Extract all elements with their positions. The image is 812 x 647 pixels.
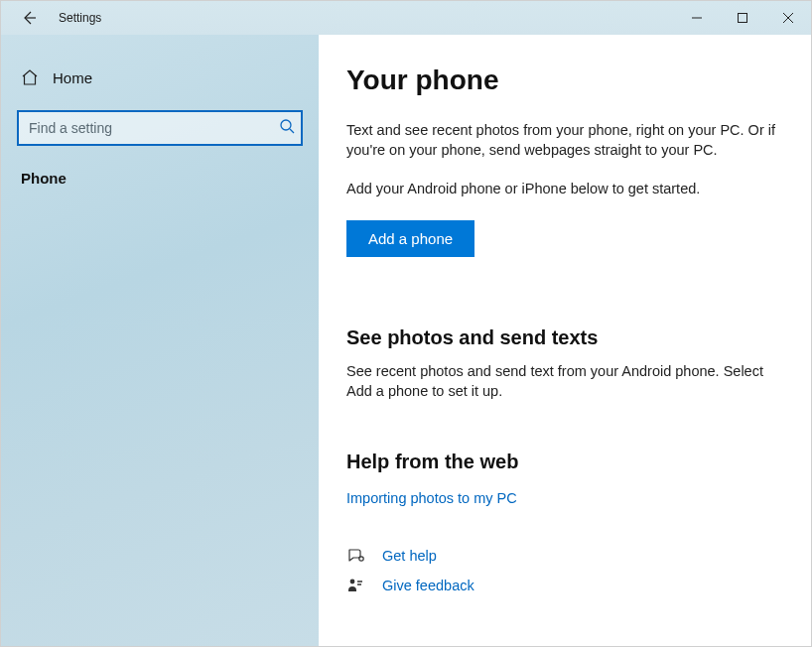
window-title: Settings bbox=[59, 11, 101, 25]
sidebar: Home Phone bbox=[1, 35, 319, 646]
close-icon bbox=[783, 13, 793, 23]
arrow-left-icon bbox=[21, 10, 37, 26]
main-content: Your phone Text and see recent photos fr… bbox=[319, 35, 811, 646]
page-title: Your phone bbox=[346, 65, 775, 96]
titlebar: Settings bbox=[1, 1, 811, 35]
maximize-button[interactable] bbox=[720, 1, 765, 35]
intro-text-2: Add your Android phone or iPhone below t… bbox=[346, 179, 775, 198]
back-button[interactable] bbox=[15, 4, 43, 32]
home-nav[interactable]: Home bbox=[1, 57, 319, 98]
add-phone-button[interactable]: Add a phone bbox=[346, 220, 474, 257]
chat-help-icon bbox=[346, 547, 364, 565]
svg-rect-1 bbox=[739, 14, 747, 23]
minimize-icon bbox=[692, 13, 702, 23]
importing-photos-link[interactable]: Importing photos to my PC bbox=[346, 490, 517, 506]
photos-section-heading: See photos and send texts bbox=[346, 326, 775, 349]
search-input[interactable] bbox=[17, 110, 303, 146]
close-button[interactable] bbox=[765, 1, 811, 35]
home-icon bbox=[21, 68, 39, 86]
give-feedback-link[interactable]: Give feedback bbox=[382, 578, 474, 593]
get-help-row: Get help bbox=[346, 547, 775, 565]
intro-text-1: Text and see recent photos from your pho… bbox=[346, 120, 775, 161]
feedback-icon bbox=[346, 577, 364, 594]
search-wrap bbox=[17, 110, 303, 146]
get-help-link[interactable]: Get help bbox=[382, 548, 437, 564]
window-controls bbox=[674, 1, 811, 35]
give-feedback-row: Give feedback bbox=[346, 577, 775, 594]
home-label: Home bbox=[53, 69, 92, 86]
photos-section-body: See recent photos and send text from you… bbox=[346, 361, 775, 402]
svg-point-7 bbox=[350, 580, 355, 584]
help-section-heading: Help from the web bbox=[346, 451, 775, 473]
sidebar-item-phone[interactable]: Phone bbox=[1, 146, 319, 187]
settings-window: Settings Home bbox=[0, 0, 812, 647]
sidebar-item-label: Phone bbox=[21, 170, 67, 187]
svg-point-6 bbox=[359, 557, 363, 561]
window-body: Home Phone Your phone Text and see recen… bbox=[1, 35, 811, 646]
minimize-button[interactable] bbox=[674, 1, 720, 35]
maximize-icon bbox=[738, 13, 747, 23]
